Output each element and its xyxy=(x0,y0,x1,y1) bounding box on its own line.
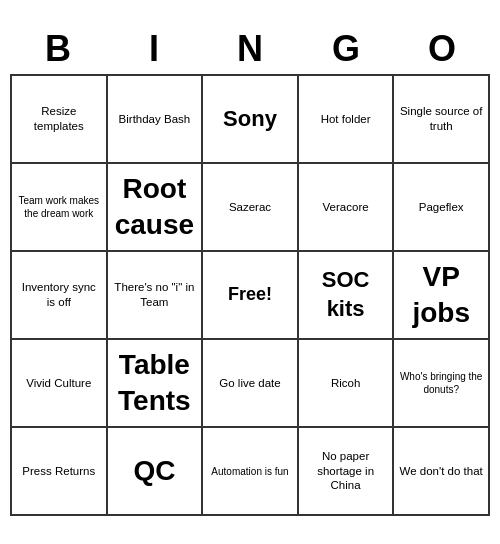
bingo-grid: Resize templatesBirthday BashSonyHot fol… xyxy=(10,74,490,516)
bingo-cell: VP jobs xyxy=(394,252,490,340)
bingo-cell: Team work makes the dream work xyxy=(12,164,108,252)
bingo-cell: Free! xyxy=(203,252,299,340)
bingo-cell: There's no "i" in Team xyxy=(108,252,204,340)
bingo-cell: Hot folder xyxy=(299,76,395,164)
bingo-cell: QC xyxy=(108,428,204,516)
bingo-cell: Sazerac xyxy=(203,164,299,252)
letter-i: I xyxy=(110,28,198,70)
bingo-cell: Pageflex xyxy=(394,164,490,252)
letter-n: N xyxy=(206,28,294,70)
letter-b: B xyxy=(14,28,102,70)
bingo-cell: Go live date xyxy=(203,340,299,428)
bingo-cell: SOC kits xyxy=(299,252,395,340)
bingo-cell: Automation is fun xyxy=(203,428,299,516)
bingo-title: B I N G O xyxy=(10,28,490,70)
bingo-cell: Single source of truth xyxy=(394,76,490,164)
bingo-cell: Inventory sync is off xyxy=(12,252,108,340)
bingo-cell: Sony xyxy=(203,76,299,164)
bingo-cell: Resize templates xyxy=(12,76,108,164)
bingo-cell: Ricoh xyxy=(299,340,395,428)
bingo-cell: Root cause xyxy=(108,164,204,252)
bingo-board: B I N G O Resize templatesBirthday BashS… xyxy=(10,28,490,516)
letter-g: G xyxy=(302,28,390,70)
bingo-cell: Who's bringing the donuts? xyxy=(394,340,490,428)
letter-o: O xyxy=(398,28,486,70)
bingo-cell: No paper shortage in China xyxy=(299,428,395,516)
bingo-cell: Birthday Bash xyxy=(108,76,204,164)
bingo-cell: Press Returns xyxy=(12,428,108,516)
bingo-cell: Vivid Culture xyxy=(12,340,108,428)
bingo-cell: Veracore xyxy=(299,164,395,252)
bingo-cell: Table Tents xyxy=(108,340,204,428)
bingo-cell: We don't do that xyxy=(394,428,490,516)
